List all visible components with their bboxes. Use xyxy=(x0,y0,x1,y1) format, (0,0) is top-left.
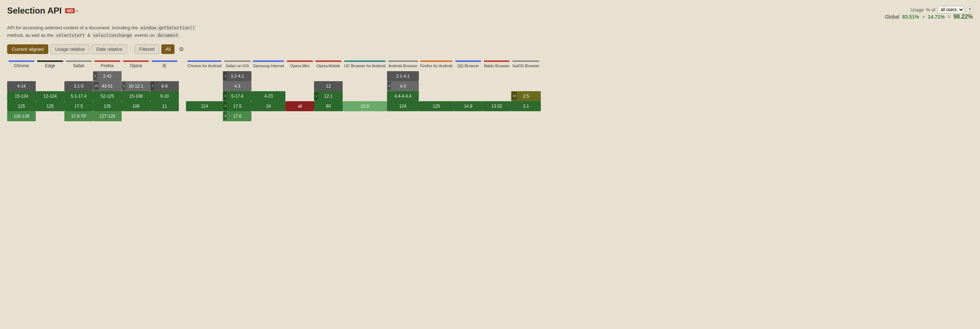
mobile-cell[interactable] xyxy=(454,111,482,121)
filtered-button[interactable]: Filtered xyxy=(134,45,159,54)
mobile-cell[interactable]: 4.3 xyxy=(223,81,251,91)
desktop-cell[interactable] xyxy=(122,71,150,81)
desktop-cell[interactable]: 52-125 xyxy=(93,91,122,101)
mobile-cell[interactable]: 13.2-4.1 xyxy=(223,71,251,81)
current-aligned-button[interactable]: Current aligned xyxy=(7,45,48,54)
mobile-cell[interactable] xyxy=(419,71,454,81)
desktop-cell[interactable] xyxy=(36,81,64,91)
mobile-cell[interactable]: 14.9 xyxy=(454,101,482,111)
browser-name: Firefox xyxy=(101,63,114,68)
date-relative-button[interactable]: Date relative xyxy=(92,45,127,54)
mobile-cell[interactable] xyxy=(285,71,314,81)
mobile-cell[interactable]: 4.4-4.4.4 xyxy=(387,91,419,101)
mobile-cell[interactable]: 112.1 xyxy=(314,91,343,101)
mobile-cell[interactable] xyxy=(285,81,314,91)
mobile-cell[interactable] xyxy=(511,71,541,81)
mobile-cell[interactable]: 15.5 xyxy=(343,101,387,111)
desktop-cell[interactable] xyxy=(36,71,64,81)
mobile-cell[interactable] xyxy=(314,111,343,121)
desktop-cell[interactable] xyxy=(122,111,150,121)
desktop-cell[interactable]: 127-129 xyxy=(93,111,122,121)
desktop-browser-header-opera: Opera xyxy=(122,60,150,71)
mobile-cell[interactable] xyxy=(251,71,285,81)
mobile-cell[interactable] xyxy=(482,81,511,91)
mobile-cell[interactable] xyxy=(482,91,511,101)
desktop-cell[interactable]: 110-12.1 xyxy=(122,81,150,91)
mobile-cell[interactable] xyxy=(251,81,285,91)
mobile-cell[interactable] xyxy=(186,71,223,81)
mobile-cell[interactable]: 13.52 xyxy=(482,101,511,111)
mobile-cell[interactable]: 124 xyxy=(186,101,223,111)
mobile-cell[interactable]: 4-23 xyxy=(251,91,285,101)
desktop-cell[interactable]: 15-124 xyxy=(7,91,36,101)
mobile-cell[interactable] xyxy=(482,111,511,121)
mobile-cell[interactable] xyxy=(186,111,223,121)
desktop-cell[interactable]: 125 xyxy=(7,101,36,111)
browser-bar xyxy=(66,60,92,62)
browser-name: UC Browser for Android xyxy=(344,64,385,68)
mobile-cell[interactable]: 124 xyxy=(387,101,419,111)
mobile-cell[interactable]: 24 xyxy=(251,101,285,111)
help-button[interactable]: ? xyxy=(966,6,973,13)
mobile-cell[interactable] xyxy=(343,111,387,121)
mobile-cell[interactable] xyxy=(454,71,482,81)
mobile-cell[interactable] xyxy=(343,91,387,101)
mobile-cell[interactable] xyxy=(454,81,482,91)
mobile-cell[interactable] xyxy=(419,111,454,121)
desktop-cell[interactable] xyxy=(150,71,179,81)
desktop-cell[interactable]: 17.6-TP xyxy=(64,111,93,121)
mobile-cell[interactable]: 317.6 xyxy=(223,111,251,121)
mobile-cell[interactable] xyxy=(419,81,454,91)
desktop-cell[interactable]: 4-14 xyxy=(7,81,36,91)
desktop-cell[interactable]: 126 xyxy=(93,101,122,111)
mobile-cell[interactable] xyxy=(186,91,223,101)
desktop-cell[interactable]: 3.1-5 xyxy=(64,81,93,91)
mobile-cell[interactable] xyxy=(285,111,314,121)
mobile-cell[interactable]: 317.5 xyxy=(223,101,251,111)
desktop-cell[interactable] xyxy=(7,71,36,81)
desktop-cell[interactable]: 15-108 xyxy=(122,91,150,101)
mobile-cell[interactable]: 152.5 xyxy=(511,91,541,101)
desktop-cell[interactable]: 125 xyxy=(36,101,64,111)
mobile-cell[interactable]: 35-17.4 xyxy=(223,91,251,101)
usage-relative-button[interactable]: Usage relative xyxy=(51,45,89,54)
mobile-cell[interactable]: 44.3 xyxy=(387,81,419,91)
mobile-cell[interactable] xyxy=(251,111,285,121)
desktop-cell[interactable]: 11 xyxy=(150,101,179,111)
desktop-cell[interactable] xyxy=(36,111,64,121)
desktop-cell[interactable]: 12-42 xyxy=(93,71,122,81)
desktop-cell[interactable]: 5.1-17.4 xyxy=(64,91,93,101)
mobile-cell[interactable]: 3.1 xyxy=(511,101,541,111)
mobile-cell[interactable]: 2.1-4.1 xyxy=(387,71,419,81)
mobile-cell[interactable] xyxy=(343,71,387,81)
mobile-cell[interactable] xyxy=(186,81,223,91)
settings-button[interactable]: ⚙ xyxy=(177,45,186,53)
mobile-cell[interactable] xyxy=(511,111,541,121)
desktop-cell[interactable]: 9-10 xyxy=(150,91,179,101)
desktop-cell[interactable]: 1543-51 xyxy=(93,81,122,91)
mobile-cell[interactable]: 12 xyxy=(314,81,343,91)
mobile-cell[interactable]: all xyxy=(285,101,314,111)
desktop-cell[interactable] xyxy=(64,71,93,81)
mobile-cell[interactable] xyxy=(285,91,314,101)
desktop-cell[interactable] xyxy=(150,111,179,121)
desktop-cell[interactable]: 26-8 xyxy=(150,81,179,91)
mobile-cell[interactable] xyxy=(314,71,343,81)
mobile-cell[interactable] xyxy=(482,71,511,81)
browser-name: Opera xyxy=(130,63,142,68)
mobile-cell[interactable] xyxy=(419,91,454,101)
desktop-cell[interactable]: 12-124 xyxy=(36,91,64,101)
mobile-cell[interactable] xyxy=(454,91,482,101)
desktop-cell[interactable]: 17.5 xyxy=(64,101,93,111)
user-type-select[interactable]: all users xyxy=(937,6,964,14)
browser-name: Android Browser xyxy=(388,64,417,68)
mobile-cell[interactable] xyxy=(511,81,541,91)
desktop-cell[interactable]: 109 xyxy=(122,101,150,111)
mobile-cell[interactable] xyxy=(387,111,419,121)
all-button[interactable]: All xyxy=(161,45,174,54)
mobile-cell[interactable] xyxy=(343,81,387,91)
desktop-cell[interactable]: 126-128 xyxy=(7,111,36,121)
browser-bar xyxy=(188,60,221,62)
mobile-cell[interactable]: 125 xyxy=(419,101,454,111)
mobile-cell[interactable]: 80 xyxy=(314,101,343,111)
